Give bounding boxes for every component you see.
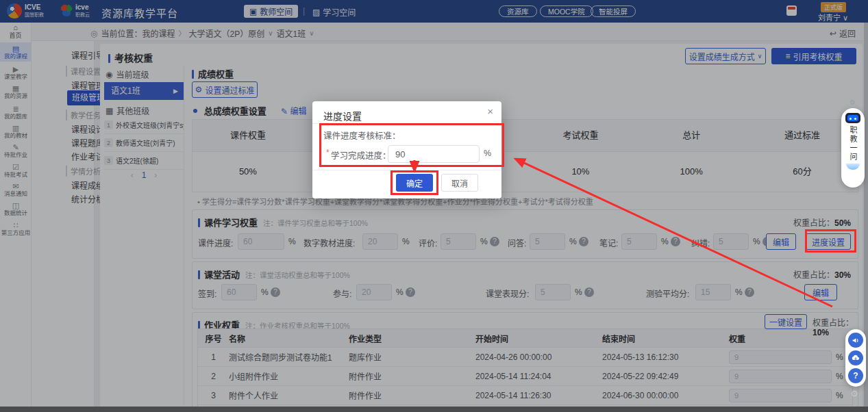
gear-icon[interactable]: ⚙ [850,99,856,106]
cloud-download-icon [851,353,860,363]
modal-divider [312,170,501,170]
download-button[interactable] [848,350,863,365]
robot-icon [845,113,860,123]
announcement-button[interactable] [848,333,863,348]
modal-dim-overlay [0,0,868,412]
required-mark: * [326,148,330,157]
progress-input[interactable] [388,145,480,163]
close-icon[interactable]: × [487,105,493,117]
cancel-button[interactable]: 取消 [441,174,478,192]
modal-body-label: 课件进度考核标准： [323,129,401,142]
confirm-button[interactable]: 确定 [396,174,433,192]
megaphone-icon [852,336,860,345]
ai-assistant-widget[interactable]: 职教一问 [841,108,865,188]
side-toolbar: ? [845,329,866,387]
help-button[interactable]: ? [848,368,863,383]
modal-divider [312,123,501,124]
ai-assistant-label: 职教一问 [847,126,858,162]
percent-suffix: % [484,149,491,158]
progress-setting-modal: 进度设置 × 课件进度考核标准： * 学习完成进度： % 确定 取消 [312,101,501,198]
progress-field-label: 学习完成进度： [331,149,391,162]
modal-title: 进度设置 [323,109,362,123]
collapse-toolbar-icon[interactable]: ⊙ [851,389,858,398]
wave-decoration [846,164,860,170]
question-icon: ? [853,371,858,381]
